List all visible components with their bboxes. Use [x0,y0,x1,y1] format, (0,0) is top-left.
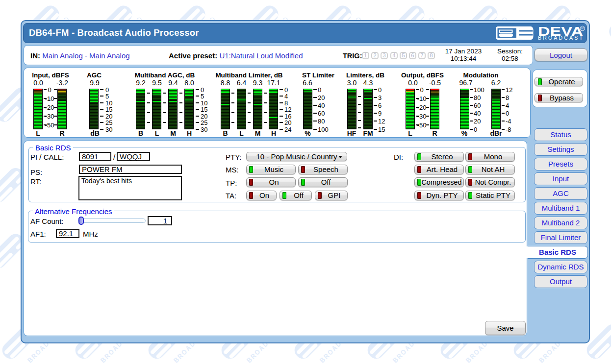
svg-text:BROADCAST: BROADCAST [538,35,584,41]
svg-text:R: R [581,26,584,30]
